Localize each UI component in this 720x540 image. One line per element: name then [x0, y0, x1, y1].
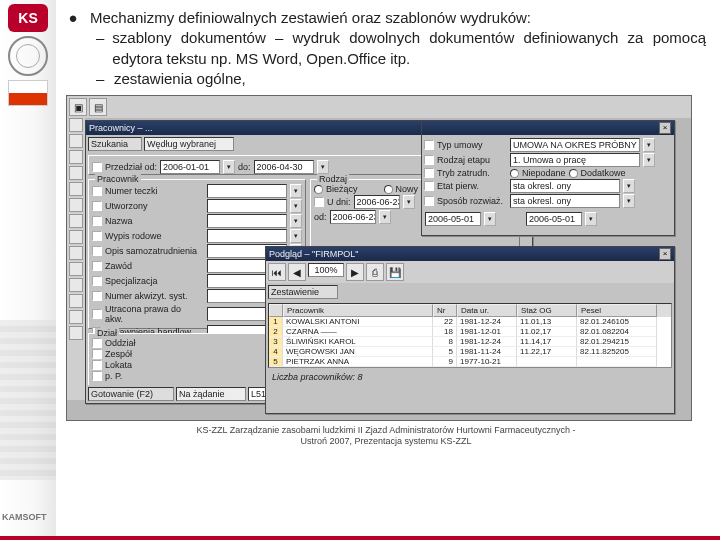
checkbox[interactable] [92, 201, 102, 211]
tool-btn[interactable] [69, 262, 83, 276]
tool-btn[interactable] [69, 294, 83, 308]
select-input[interactable]: sta okresl. ony [510, 194, 620, 208]
field-label: Nazwa [105, 216, 133, 226]
nav-btn[interactable]: ◀ [288, 263, 306, 281]
tool-btn[interactable] [69, 246, 83, 260]
checkbox[interactable] [92, 338, 102, 348]
col-header[interactable] [269, 304, 283, 317]
tab-ready[interactable]: Gotowanie (F2) [88, 387, 174, 401]
tool-btn[interactable] [69, 326, 83, 340]
table-row[interactable]: 1KOWALSKI ANTONI221981-12-2411.01,1382.0… [269, 317, 671, 327]
checkbox[interactable] [92, 231, 102, 241]
dropdown-icon[interactable]: ▾ [623, 194, 635, 208]
select-input[interactable]: UMOWA NA OKRES PRÓBNY [510, 138, 640, 152]
col-header[interactable]: Data ur. [457, 304, 517, 317]
tool-btn[interactable] [69, 230, 83, 244]
dropdown-icon[interactable]: ▾ [379, 210, 391, 224]
checkbox[interactable] [92, 246, 102, 256]
checkbox[interactable] [92, 162, 102, 172]
date-input[interactable]: 2006-06-23 [330, 210, 376, 224]
table-row[interactable]: 2CZARNA ――181981-12-0111.02,1782.01.0822… [269, 327, 671, 337]
checkbox[interactable] [424, 181, 434, 191]
close-icon[interactable]: × [659, 248, 671, 260]
date-input[interactable]: 2006-05-01 [425, 212, 481, 226]
field-label: Numer akwizyt. syst. [105, 291, 188, 301]
dropdown-icon[interactable]: ▾ [484, 212, 496, 226]
dropdown-icon[interactable]: ▾ [290, 199, 302, 213]
checkbox[interactable] [92, 276, 102, 286]
print-btn[interactable]: ⎙ [366, 263, 384, 281]
save-btn[interactable]: 💾 [386, 263, 404, 281]
tool-btn[interactable] [69, 118, 83, 132]
dropdown-icon[interactable]: ▾ [290, 184, 302, 198]
checkbox[interactable] [92, 291, 102, 301]
select-input[interactable]: 1. Umowa o pracę [510, 153, 640, 167]
tool-btn[interactable] [69, 166, 83, 180]
col-header[interactable]: Nr [433, 304, 457, 317]
screenshot: ▣ ▤ Pracownicy – ...× Szukania Wędług wy… [66, 95, 692, 421]
date-from-input[interactable]: 2006-01-01 [160, 160, 220, 174]
dropdown-icon[interactable]: ▾ [223, 160, 235, 174]
tb-btn[interactable]: ▣ [69, 98, 87, 116]
win-title: Pracownicy – ... [89, 123, 153, 133]
tab-ondemand[interactable]: Na żądanie [176, 387, 246, 401]
dropdown-icon[interactable]: ▾ [623, 179, 635, 193]
radio[interactable] [314, 185, 323, 194]
text-input[interactable] [207, 214, 287, 228]
checkbox[interactable] [92, 216, 102, 226]
dropdown-icon[interactable]: ▾ [317, 160, 329, 174]
checkbox[interactable] [424, 196, 434, 206]
text-input[interactable] [207, 184, 287, 198]
data-grid[interactable]: PracownikNrData ur.Staż OGPesel 1KOWALSK… [268, 303, 672, 368]
dropdown-icon[interactable]: ▾ [290, 229, 302, 243]
tool-btn[interactable] [69, 198, 83, 212]
tab-szukania[interactable]: Szukania [88, 137, 142, 151]
checkbox[interactable] [92, 309, 102, 319]
text-input[interactable] [207, 229, 287, 243]
tab-zestawienie[interactable]: Zestawienie [268, 285, 338, 299]
dropdown-icon[interactable]: ▾ [643, 138, 655, 152]
text-input[interactable] [207, 199, 287, 213]
field-label: Opis samozatrudnienia [105, 246, 197, 256]
checkbox[interactable] [92, 349, 102, 359]
date-input[interactable]: 2006-06-23 [354, 195, 400, 209]
nav-btn[interactable]: ⏮ [268, 263, 286, 281]
table-row[interactable]: 5PIETRZAK ANNA91977-10-21 [269, 357, 671, 367]
close-icon[interactable]: × [659, 122, 671, 134]
tool-btn[interactable] [69, 310, 83, 324]
table-row[interactable]: 3ŚLIWIŃSKI KAROL81981-12-2411.14,1782.01… [269, 337, 671, 347]
select-input[interactable]: sta okresl. ony [510, 179, 620, 193]
field-label: Specjalizacja [105, 276, 158, 286]
col-header[interactable]: Pesel [577, 304, 657, 317]
checkbox[interactable] [424, 155, 434, 165]
nav-btn[interactable]: ▶ [346, 263, 364, 281]
date-to-input[interactable]: 2006-04-30 [254, 160, 314, 174]
tb-btn[interactable]: ▤ [89, 98, 107, 116]
tool-btn[interactable] [69, 278, 83, 292]
tool-btn[interactable] [69, 214, 83, 228]
zoom-field[interactable]: 100% [308, 263, 344, 277]
checkbox[interactable] [424, 140, 434, 150]
tool-btn[interactable] [69, 150, 83, 164]
date-input[interactable]: 2006-05-01 [526, 212, 582, 226]
col-header[interactable]: Staż OG [517, 304, 577, 317]
checkbox[interactable] [424, 168, 434, 178]
dropdown-icon[interactable]: ▾ [403, 195, 415, 209]
dropdown-icon[interactable]: ▾ [290, 214, 302, 228]
col-header[interactable]: Pracownik [283, 304, 433, 317]
checkbox[interactable] [92, 261, 102, 271]
checkbox[interactable] [92, 360, 102, 370]
radio[interactable] [384, 185, 393, 194]
radio[interactable] [569, 169, 578, 178]
dropdown-icon[interactable]: ▾ [643, 153, 655, 167]
checkbox[interactable] [314, 197, 324, 207]
tool-btn[interactable] [69, 182, 83, 196]
checkbox[interactable] [92, 371, 102, 381]
table-row[interactable]: 4WĘGROWSKI JAN51981-11-2411.22,1782.11.8… [269, 347, 671, 357]
tab-wedlug[interactable]: Wędług wybranej [144, 137, 234, 151]
tool-btn[interactable] [69, 134, 83, 148]
radio[interactable] [510, 169, 519, 178]
dropdown-icon[interactable]: ▾ [585, 212, 597, 226]
checkbox[interactable] [92, 186, 102, 196]
slide-footer: KS-ZZL Zarządzanie zasobami ludzkimi II … [66, 425, 706, 447]
